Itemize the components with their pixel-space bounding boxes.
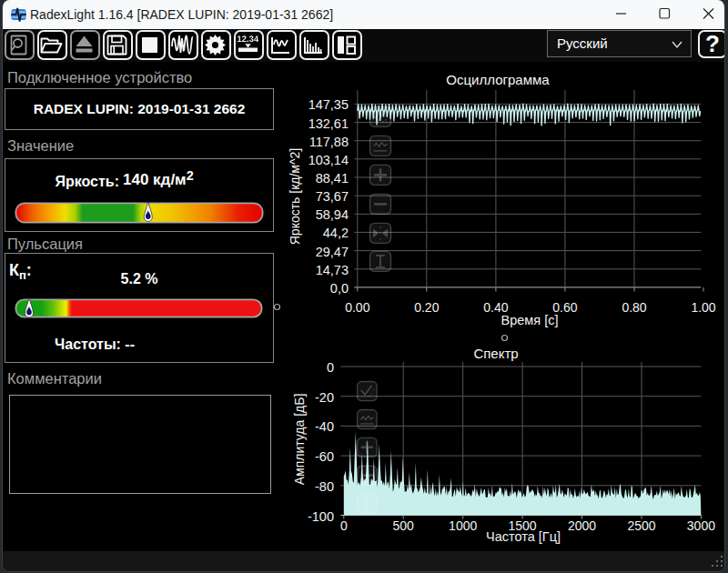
svg-text:88,41: 88,41 [316,171,349,186]
svg-text:-80: -80 [315,479,334,494]
svg-text:-100: -100 [308,509,334,524]
svg-text:0: 0 [327,360,334,375]
svg-text:0,0: 0,0 [330,281,349,296]
svg-text:44,2: 44,2 [323,226,349,240]
svg-text:2500: 2500 [627,518,655,533]
svg-text:147,35: 147,35 [308,97,349,112]
svg-text:Частота [Гц]: Частота [Гц] [486,529,561,544]
svg-text:500: 500 [393,518,415,533]
svg-text:0.80: 0.80 [622,300,646,315]
svg-text:Яркость [кд/м^2]: Яркость [кд/м^2] [288,148,302,246]
svg-text:0.20: 0.20 [414,300,439,315]
svg-text:14,73: 14,73 [316,263,349,277]
svg-text:1.00: 1.00 [691,300,715,315]
svg-text:-20: -20 [315,390,334,405]
svg-text:132,61: 132,61 [308,116,349,131]
svg-text:-60: -60 [315,449,334,464]
svg-text:2000: 2000 [568,518,596,533]
svg-text:1000: 1000 [449,518,477,533]
svg-text:117,88: 117,88 [309,135,349,149]
svg-text:-40: -40 [315,419,334,434]
svg-text:0: 0 [340,518,348,533]
svg-text:73,67: 73,67 [316,189,349,204]
svg-text:Амплитуда [дБ]: Амплитуда [дБ] [292,394,307,486]
svg-text:29,47: 29,47 [316,245,349,259]
svg-text:103,14: 103,14 [308,153,349,167]
svg-text:58,94: 58,94 [316,207,349,222]
svg-text:Время [с]: Время [с] [501,313,559,327]
svg-text:0.00: 0.00 [345,300,369,315]
svg-text:Спектр: Спектр [473,346,518,361]
svg-text:3000: 3000 [687,518,715,533]
svg-text:Осциллограмма: Осциллограмма [446,72,550,87]
